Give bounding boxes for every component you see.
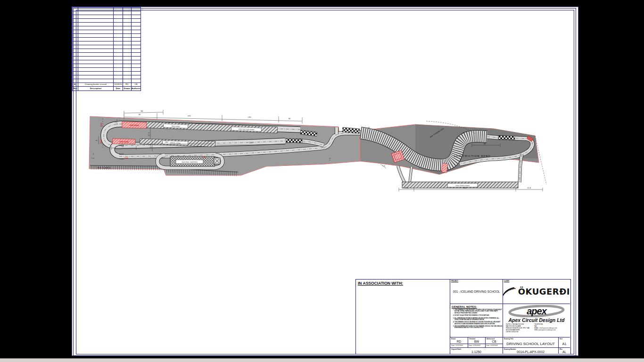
checked-label: Checked [469,338,475,340]
size-cell: Size A1 [559,337,570,347]
skid-label-top: 40M SKID [130,124,139,127]
company-cell: apex Apex Circuit Design Ltd SUITE 6, TH… [503,304,570,337]
drawing-number-label: Drawing Number [504,348,516,350]
drawing-title-cell: Drawing Title DRIVING SCHOOL LAYOUT [503,337,558,347]
skid-label-mid: 40M SKID [119,141,129,143]
scale-label: Original Scale [451,348,461,350]
red-marker-band-end [441,163,448,173]
svg-text:300: 300 [463,187,467,189]
client-logo-text: ÖKUGERÐI [518,287,570,296]
svg-text:12: 12 [115,121,116,123]
svg-text:7.5: 7.5 [382,165,385,167]
skid-pan: SKID PAN / WATERED [170,156,220,166]
svg-text:7.5: 7.5 [329,158,331,161]
title-block: PROJECT 001 - ICELAND DRIVING SCHOOL CLI… [450,279,571,354]
authorised-label: Authorised [487,338,495,340]
taskbar-strip [0,358,644,362]
project-name: 001 - ICELAND DRIVING SCHOOL [450,280,503,304]
date-drawn: Date: 12/11/2007 [451,345,463,346]
date-checked: Date: 12/11/2007 [469,345,480,346]
date-authorised: Date: 12/11/2007 [486,345,498,346]
project-label: PROJECT [451,280,458,282]
svg-text:21.5: 21.5 [148,132,150,136]
low-friction-bend-label: LOW FRICTION BEND [454,155,491,157]
svg-text:25.3: 25.3 [150,145,152,148]
notes-list: THIS DRAWING IS THE PROPERTY OF APEX CIR… [452,309,503,329]
apex-logo: apex [503,305,570,317]
strip-label: HIGH SPEED ROAD [455,185,470,187]
svg-text:45: 45 [139,114,141,115]
size-label: Size [560,338,562,340]
scale-cell: Original Scale 1:1250 [450,348,503,354]
svg-text:160: 160 [165,141,169,143]
association-panel: IN ASSOCIATION WITH: [355,279,450,354]
project-cell: PROJECT 001 - ICELAND DRIVING SCHOOL [450,280,503,304]
svg-text:25.8: 25.8 [527,187,531,189]
cars-label: 50 CARS [98,166,111,169]
rev-cell: Rev AL [559,348,570,354]
typ-label-2: TYP [202,156,206,158]
drawing-sheet: SKID ROAD LOW FRICTION ROAD GRAVEL ROAD … [72,7,578,356]
chainage-red-2: 30.0 [100,140,102,144]
client-label: CLIENT [504,280,510,282]
apex-logo-text: apex [503,305,570,317]
svg-text:5: 5 [93,153,94,155]
svg-text:150: 150 [249,142,253,144]
association-header: IN ASSOCIATION WITH: [358,281,450,286]
skid-pan-label: SKID PAN / WATERED [182,161,198,163]
okugerdi-road-icon [503,285,517,299]
svg-text:23.4: 23.4 [405,187,409,189]
chainage-red-1: 30.0 [100,123,102,127]
drawn-cell: Drawn RD [450,337,468,344]
company-address: SUITE 6, THE MALTHOUSEMALTHOUSE SQUARE,P… [506,324,529,333]
checked-cell: Checked BW [468,337,485,344]
company-name: Apex Circuit Design Ltd [503,317,570,323]
drawing-number-cell: Drawing Number 0014-PL-APX-0002 [503,348,558,354]
svg-text:7.5: 7.5 [91,157,94,159]
drawn-label: Drawn [451,338,456,340]
client-cell: CLIENT ÖKUGERÐI [503,280,570,304]
band-label: SKID ROAD [172,125,181,128]
general-notes-cell: GENERAL NOTES: THIS DRAWING IS THE PROPE… [450,304,503,337]
svg-text:100: 100 [188,115,191,117]
drawing-title-label: Drawing Title [504,338,513,340]
rev-label: Rev [560,348,562,350]
authorised-cell: Authorised CB [486,337,503,344]
viewer-background: SKID ROAD LOW FRICTION ROAD GRAVEL ROAD … [0,0,644,362]
svg-text:53: 53 [122,146,124,148]
company-contact: TELEPHONEFAXEMAIL: info@apexcircuitdesig… [534,324,557,333]
notes-header: GENERAL NOTES: [452,305,503,308]
typ-label-1: TYP [124,157,128,159]
svg-text:90: 90 [289,118,291,120]
svg-text:130: 130 [248,116,252,118]
svg-text:80: 80 [141,110,143,112]
svg-text:40: 40 [484,143,486,145]
